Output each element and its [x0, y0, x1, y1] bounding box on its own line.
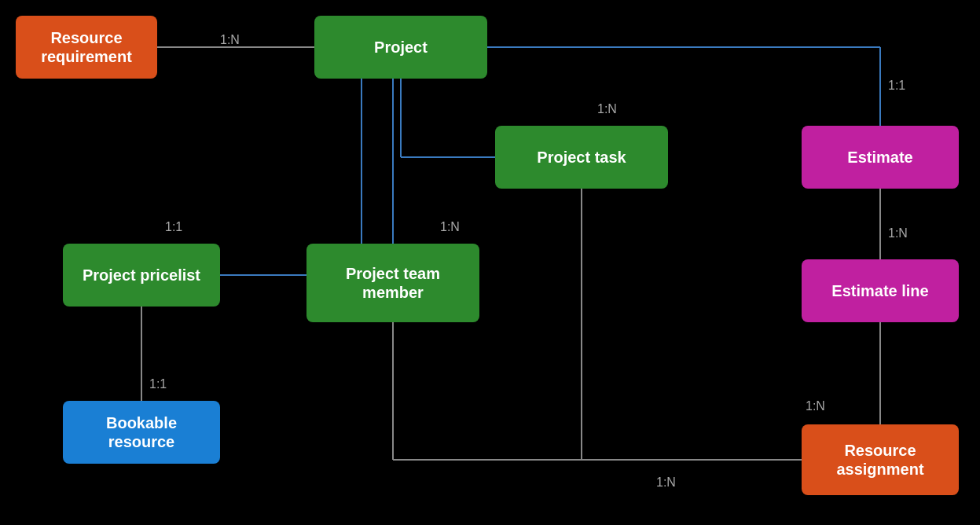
rel-project-task: 1:N [597, 102, 617, 116]
rel-pricelist-bookable: 1:1 [149, 377, 167, 391]
estimate-line-label: Estimate line [831, 281, 928, 300]
resource-assignment-node: Resource assignment [802, 424, 959, 495]
project-team-member-label: Project team member [317, 264, 468, 302]
rel-project-estimate: 1:1 [888, 79, 905, 93]
bookable-resource-label: Bookable resource [74, 413, 209, 451]
estimate-node: Estimate [802, 126, 959, 189]
resource-requirement-label: Resource requirement [27, 28, 146, 66]
resource-assignment-label: Resource assignment [813, 441, 948, 479]
estimate-line-node: Estimate line [802, 259, 959, 322]
project-node: Project [314, 16, 487, 79]
project-label: Project [374, 38, 428, 57]
project-pricelist-node: Project pricelist [63, 244, 220, 307]
rel-project-team: 1:N [440, 220, 460, 234]
rel-rr-project: 1:N [220, 33, 240, 47]
project-task-node: Project task [495, 126, 668, 189]
project-pricelist-label: Project pricelist [83, 266, 200, 285]
rel-estimate-estimateline: 1:N [888, 226, 908, 240]
project-task-label: Project task [537, 148, 626, 167]
project-team-member-node: Project team member [306, 244, 479, 322]
rel-task-assignment: 1:N [656, 475, 676, 490]
rel-estimateline-assignment: 1:N [806, 399, 825, 413]
diagram-container: Resource requirement Project Project tas… [0, 0, 980, 525]
resource-requirement-node: Resource requirement [16, 16, 157, 79]
rel-project-pricelist: 1:1 [165, 220, 182, 234]
estimate-label: Estimate [847, 148, 912, 167]
bookable-resource-node: Bookable resource [63, 401, 220, 464]
